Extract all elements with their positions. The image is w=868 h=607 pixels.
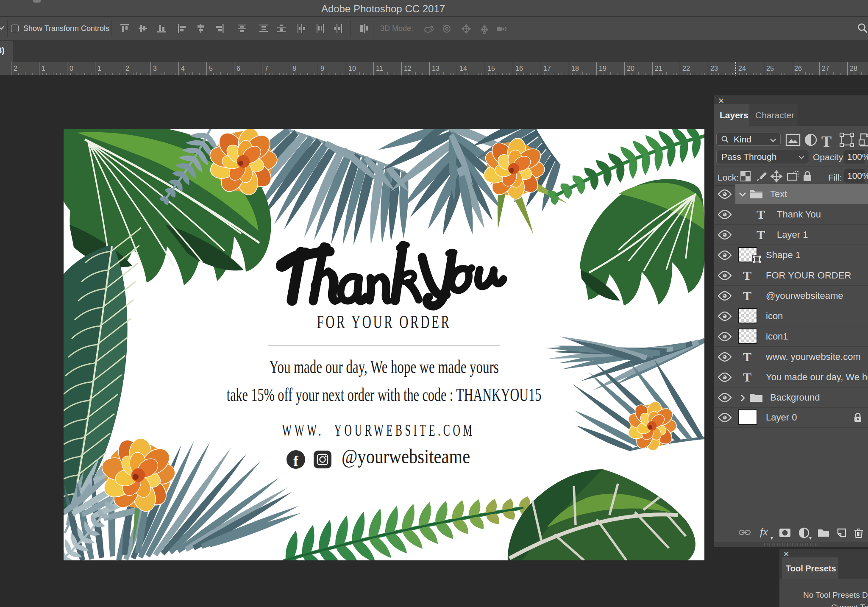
svg-text:f: f <box>293 453 298 469</box>
